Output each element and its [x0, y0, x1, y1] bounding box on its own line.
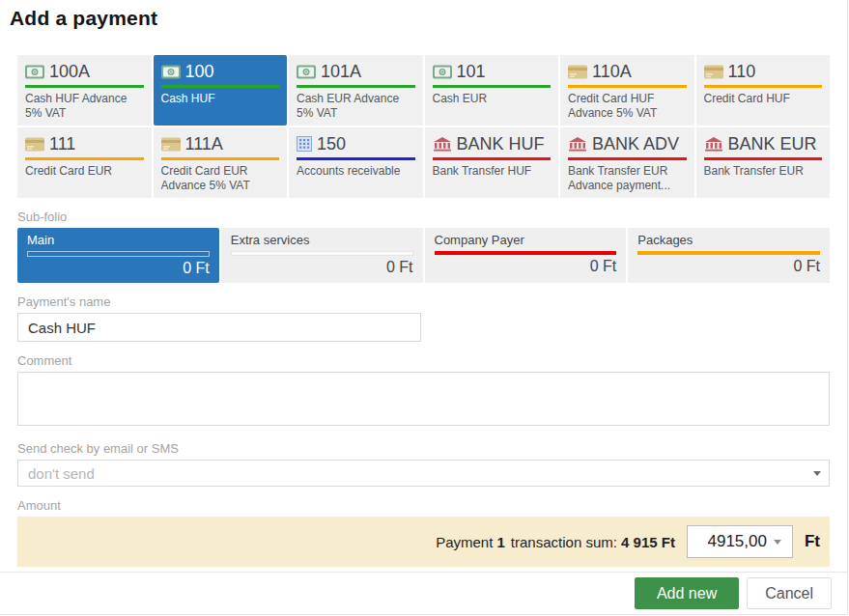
accent-underline: [161, 85, 280, 88]
subfolio-name: Company Payer: [435, 233, 617, 247]
subfolio-name: Main: [27, 233, 210, 247]
send-check-label: Send check by email or SMS: [17, 441, 830, 456]
payment-method-110[interactable]: 110 Credit Card HUF: [696, 55, 831, 126]
accent-underline: [433, 157, 552, 160]
accent-underline: [704, 157, 823, 160]
payment-method-code: BANK HUF: [457, 134, 545, 154]
payment-method-code: 150: [317, 134, 346, 154]
payment-method-code: 101A: [321, 62, 361, 82]
payment-method-code: 111A: [185, 134, 223, 154]
payment-method-description: Bank Transfer EUR: [704, 164, 823, 179]
subfolio-name: Packages: [637, 233, 820, 247]
payment-method-description: Cash HUF: [161, 92, 280, 106]
chevron-down-icon: [774, 540, 781, 545]
payment-method-description: Credit Card HUF: [704, 92, 823, 106]
payment-method-code: 111: [49, 134, 75, 154]
currency-label: Ft: [805, 532, 820, 551]
payment-method-code: 110: [728, 62, 756, 82]
accent-underline: [297, 85, 415, 88]
payment-method-100-selected[interactable]: 100 Cash HUF: [154, 55, 288, 126]
subfolio-bar: [231, 251, 413, 256]
payment-method-description: Bank Transfer EUR Advance payment...: [568, 164, 687, 193]
comment-label: Comment: [17, 353, 830, 368]
payment-method-description: Cash HUF Advance 5% VAT: [25, 92, 144, 121]
cash-icon: [161, 65, 181, 79]
accent-underline: [25, 157, 144, 160]
payment-method-100a[interactable]: 100A Cash HUF Advance 5% VAT: [17, 55, 152, 126]
subfolio-grid: Main 0 Ft Extra services 0 Ft Company Pa…: [17, 228, 830, 283]
transaction-sum-text: Payment 1transaction sum: 4 915 Ft: [436, 534, 675, 550]
subfolio-bar: [637, 251, 820, 255]
payment-method-description: Bank Transfer HUF: [433, 164, 552, 179]
payment-method-bank-adv[interactable]: BANK ADV Bank Transfer EUR Advance payme…: [560, 127, 694, 198]
accent-underline: [433, 85, 552, 88]
payment-number: 1: [497, 534, 505, 550]
credit-card-icon: [704, 65, 723, 79]
subfolio-tab-main[interactable]: Main 0 Ft: [17, 228, 219, 283]
payment-method-101a[interactable]: 101A Cash EUR Advance 5% VAT: [289, 55, 423, 126]
add-payment-dialog: Add a payment 100A Cash HUF Advance 5% V…: [0, 0, 848, 615]
payment-method-description: Credit Card EUR Advance 5% VAT: [161, 164, 280, 193]
bank-icon: [704, 137, 723, 152]
payment-method-150[interactable]: 150 Accounts receivable: [289, 127, 423, 198]
payment-method-code: 100: [185, 62, 214, 82]
payment-method-description: Credit Card HUF Advance 5% VAT: [568, 92, 687, 121]
credit-card-icon: [161, 137, 181, 152]
send-check-select[interactable]: don't send: [17, 460, 830, 487]
payment-method-111a[interactable]: 111A Credit Card EUR Advance 5% VAT: [154, 127, 288, 198]
cancel-button[interactable]: Cancel: [747, 577, 832, 609]
payment-method-code: 110A: [592, 62, 632, 82]
add-new-button[interactable]: Add new: [635, 577, 739, 609]
subfolio-tab-extra-services[interactable]: Extra services 0 Ft: [221, 228, 423, 283]
amount-input-group: [687, 525, 793, 558]
payment-word: Payment: [436, 534, 493, 550]
amount-banner: Payment 1transaction sum: 4 915 Ft Ft: [17, 517, 830, 567]
payment-method-111[interactable]: 111 Credit Card EUR: [17, 127, 152, 198]
subfolio-amount: 0 Ft: [231, 259, 413, 276]
comment-textarea[interactable]: [17, 372, 830, 426]
payment-method-grid: 100A Cash HUF Advance 5% VAT 100 Cash HU…: [17, 55, 830, 198]
bank-icon: [433, 137, 452, 152]
accent-underline: [568, 157, 687, 160]
payment-method-code: 100A: [49, 62, 90, 82]
accent-underline: [704, 85, 823, 88]
accent-underline: [161, 157, 280, 160]
payment-name-label: Payment's name: [17, 294, 830, 309]
accent-underline: [568, 85, 687, 88]
credit-card-icon: [25, 137, 44, 152]
accent-underline: [297, 157, 415, 160]
dialog-footer: Add new Cancel: [0, 572, 847, 614]
cash-icon: [297, 65, 316, 79]
bank-icon: [568, 137, 587, 152]
subfolio-bar: [435, 251, 617, 255]
payment-method-description: Accounts receivable: [297, 164, 415, 179]
payment-name-input[interactable]: [17, 313, 421, 342]
payment-method-101[interactable]: 101 Cash EUR: [425, 55, 559, 126]
payment-method-code: 101: [457, 62, 486, 82]
sum-label: transaction sum:: [511, 534, 617, 550]
cash-icon: [433, 65, 452, 79]
payment-method-bank-huf[interactable]: BANK HUF Bank Transfer HUF: [425, 127, 559, 198]
subfolio-tab-company-payer[interactable]: Company Payer 0 Ft: [425, 228, 627, 283]
sum-value: 4 915 Ft: [621, 534, 675, 550]
payment-method-code: BANK ADV: [592, 134, 679, 154]
amount-label: Amount: [17, 498, 830, 513]
subfolio-tab-packages[interactable]: Packages 0 Ft: [628, 228, 830, 283]
subfolio-name: Extra services: [231, 233, 413, 247]
payment-method-code: BANK EUR: [728, 134, 817, 154]
credit-card-icon: [568, 65, 587, 79]
subfolio-amount: 0 Ft: [27, 260, 210, 277]
cash-icon: [25, 65, 44, 79]
payment-method-description: Cash EUR Advance 5% VAT: [297, 92, 415, 121]
amount-input[interactable]: [688, 532, 769, 551]
payment-method-description: Credit Card EUR: [25, 164, 144, 179]
building-icon: [297, 136, 312, 152]
payment-method-description: Cash EUR: [433, 92, 552, 106]
subfolio-bar: [27, 251, 210, 257]
payment-method-bank-eur[interactable]: BANK EUR Bank Transfer EUR: [696, 127, 831, 198]
subfolio-amount: 0 Ft: [435, 258, 617, 275]
amount-spinner[interactable]: [769, 540, 786, 545]
accent-underline: [25, 85, 144, 88]
payment-method-110a[interactable]: 110A Credit Card HUF Advance 5% VAT: [560, 55, 694, 126]
subfolio-amount: 0 Ft: [637, 258, 820, 275]
